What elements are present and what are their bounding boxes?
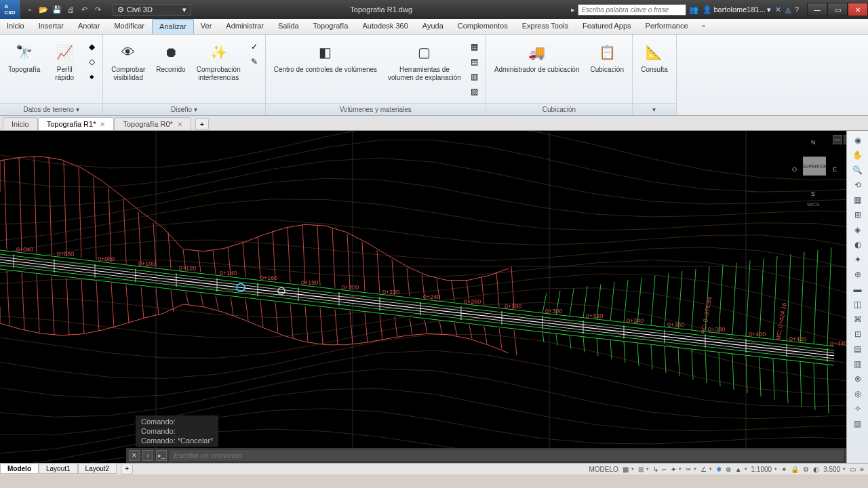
ribbon-button[interactable]: 👁Comprobarvisibilidad: [107, 37, 149, 83]
add-layout-button[interactable]: +: [121, 464, 133, 474]
viewcube-face[interactable]: SUPERIOR: [803, 157, 826, 176]
ribbon-button[interactable]: ◧Centro de controles de volúmenes: [270, 37, 381, 75]
close-tab-icon[interactable]: ✕: [177, 121, 182, 128]
tool-icon[interactable]: ⊞: [850, 208, 865, 222]
tool-icon[interactable]: ✧: [850, 402, 865, 415]
user-menu[interactable]: 👤 bartolome181... ▾: [703, 5, 770, 14]
grid-toggle[interactable]: ▦: [623, 466, 634, 473]
viewcube-o[interactable]: O: [792, 166, 797, 173]
cmd-prompt-icon[interactable]: ▸_: [156, 450, 167, 461]
document-tab[interactable]: Topografía R0*✕: [114, 117, 191, 130]
tool-icon[interactable]: ◎: [850, 387, 865, 401]
decimals-display[interactable]: 3.500: [823, 466, 846, 473]
mini-button[interactable]: ▥: [468, 70, 481, 83]
drawing-canvas[interactable]: 0+0400+0600+0800+1000+1200+1400+1600+180…: [0, 131, 868, 463]
tool-icon[interactable]: ▨: [850, 417, 865, 430]
menu-tab-administrar[interactable]: Administrar: [219, 19, 271, 34]
zoom-icon[interactable]: 🔍: [850, 163, 865, 177]
panel-title[interactable]: Diseño ▾: [103, 103, 264, 115]
mini-button[interactable]: ▦: [468, 40, 481, 54]
orbit-icon[interactable]: ⟲: [850, 178, 865, 192]
snap-toggle[interactable]: ⊞: [638, 466, 649, 473]
cloud-icon[interactable]: ◬: [785, 5, 791, 14]
lock-icon[interactable]: 🔒: [791, 466, 799, 473]
tool-icon[interactable]: ◫: [850, 298, 865, 311]
tool-icon[interactable]: ⊡: [850, 327, 865, 341]
undo-icon[interactable]: ↶: [79, 4, 90, 15]
print-icon[interactable]: 🖨: [65, 4, 76, 15]
menu-tab-inicio[interactable]: Inicio: [0, 19, 32, 34]
menu-tab-complementos[interactable]: Complementos: [451, 19, 515, 34]
new-document-button[interactable]: +: [195, 118, 209, 130]
new-icon[interactable]: ▫: [24, 4, 35, 15]
perf-icon[interactable]: ◐: [813, 466, 819, 473]
nav-wheel-icon[interactable]: ◉: [850, 134, 865, 147]
ortho-toggle[interactable]: ⌐: [663, 466, 667, 473]
redo-icon[interactable]: ↷: [92, 4, 103, 15]
otrack-toggle[interactable]: ∠: [701, 466, 712, 473]
signin-icon[interactable]: 👥: [689, 5, 698, 14]
ribbon-button[interactable]: ▢Herramientas devolumen de explanación: [384, 37, 465, 83]
dynamic-toggle[interactable]: ✱: [716, 466, 722, 473]
tool-icon[interactable]: ⊗: [850, 372, 865, 386]
menu-tab-ayuda[interactable]: Ayuda: [416, 19, 451, 34]
help-icon[interactable]: ?: [795, 5, 799, 14]
mini-button[interactable]: ◆: [85, 40, 98, 54]
tool-icon[interactable]: ✦: [850, 253, 865, 266]
command-input[interactable]: [170, 450, 844, 461]
mini-button[interactable]: ◇: [85, 55, 98, 68]
panel-title[interactable]: Volúmenes y materiales: [266, 103, 486, 115]
viewcube-e[interactable]: E: [833, 166, 837, 173]
tool-icon[interactable]: ▬: [850, 283, 865, 296]
menu-tab-autodesk 360[interactable]: Autodesk 360: [355, 19, 415, 34]
minimize-button[interactable]: —: [807, 3, 827, 16]
menu-tab-ver[interactable]: Ver: [194, 19, 220, 34]
ribbon-button[interactable]: ✨Comprobacióninterferencias: [193, 37, 245, 83]
maximize-button[interactable]: ▭: [827, 3, 848, 16]
layout-tab[interactable]: Layout1: [39, 464, 78, 474]
menu-tab-analizar[interactable]: Analizar: [152, 19, 194, 34]
tool-icon[interactable]: ▤: [850, 342, 865, 356]
transparency-toggle[interactable]: ▲: [735, 466, 747, 473]
mini-button[interactable]: ✎: [248, 55, 261, 68]
model-indicator[interactable]: MODELO: [589, 466, 618, 473]
tool-icon[interactable]: ⌘: [850, 312, 865, 326]
lineweight-toggle[interactable]: ⊗: [726, 466, 731, 473]
viewcube-n[interactable]: N: [811, 139, 816, 146]
viewcube-s[interactable]: S: [811, 190, 815, 197]
tool-icon[interactable]: ◈: [850, 223, 865, 237]
menu-tab-modificar[interactable]: Modificar: [107, 19, 152, 34]
clean-icon[interactable]: ▭: [850, 466, 856, 473]
panel-title[interactable]: ▾: [633, 103, 676, 115]
menu-tab-performance[interactable]: Performance: [639, 19, 696, 34]
polar-toggle[interactable]: ✦: [671, 466, 682, 473]
close-button[interactable]: ✕: [848, 3, 868, 16]
document-tab[interactable]: Inicio: [3, 117, 38, 130]
panel-title[interactable]: Datos de terreno ▾: [0, 103, 102, 115]
app-logo[interactable]: AC3D: [0, 0, 20, 19]
search-input[interactable]: [578, 4, 686, 16]
menu-tab-insertar[interactable]: Insertar: [32, 19, 71, 34]
workspace-toggle[interactable]: ⚙: [803, 466, 809, 473]
mini-button[interactable]: ▤: [468, 55, 481, 68]
mini-button[interactable]: ▧: [468, 85, 481, 98]
cmd-recent-icon[interactable]: ›: [142, 450, 153, 461]
menu-tab-salida[interactable]: Salida: [271, 19, 307, 34]
tool-icon[interactable]: ◐: [850, 238, 865, 251]
ribbon-button[interactable]: 🚚Administrador de cubicación: [490, 37, 584, 75]
layout-tab[interactable]: Modelo: [0, 464, 39, 474]
cmd-close-icon[interactable]: ✕: [129, 450, 140, 461]
layout-tab[interactable]: Layout2: [78, 464, 117, 474]
annoscale-toggle[interactable]: ✦: [781, 466, 787, 473]
exchange-icon[interactable]: ✕: [775, 5, 781, 14]
customize-icon[interactable]: ≡: [860, 466, 864, 473]
ribbon-button[interactable]: 📐Consulta: [637, 37, 672, 75]
showmotion-icon[interactable]: ▦: [850, 193, 865, 207]
mini-button[interactable]: ●: [85, 70, 98, 83]
open-icon[interactable]: 📂: [38, 4, 49, 15]
viewcube-wcs[interactable]: WCS: [807, 201, 820, 207]
tool-icon[interactable]: ▥: [850, 357, 865, 371]
save-icon[interactable]: 💾: [52, 4, 62, 15]
tool-icon[interactable]: ⊕: [850, 268, 865, 281]
ribbon-minimize-icon[interactable]: ▫: [696, 19, 713, 34]
